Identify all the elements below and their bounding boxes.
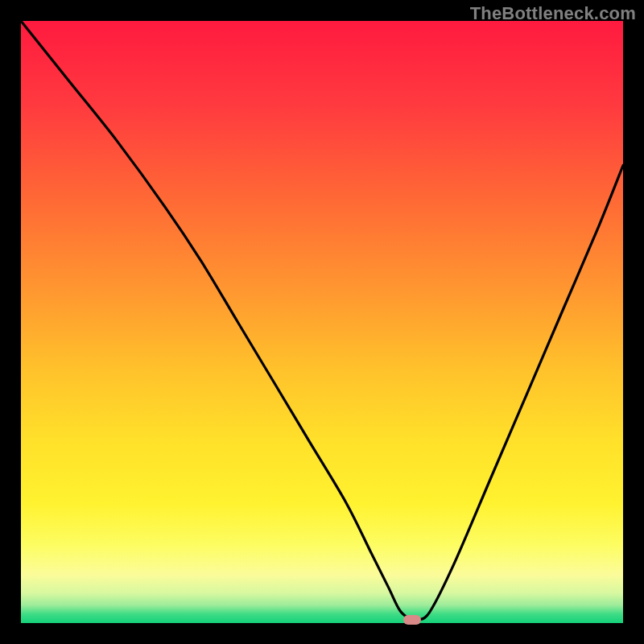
chart-frame: TheBottleneck.com (0, 0, 644, 644)
curve-path (21, 21, 623, 621)
gradient-plot-area (21, 21, 623, 623)
bottleneck-curve (21, 21, 623, 623)
optimum-marker (403, 615, 421, 625)
watermark-text: TheBottleneck.com (470, 3, 636, 24)
